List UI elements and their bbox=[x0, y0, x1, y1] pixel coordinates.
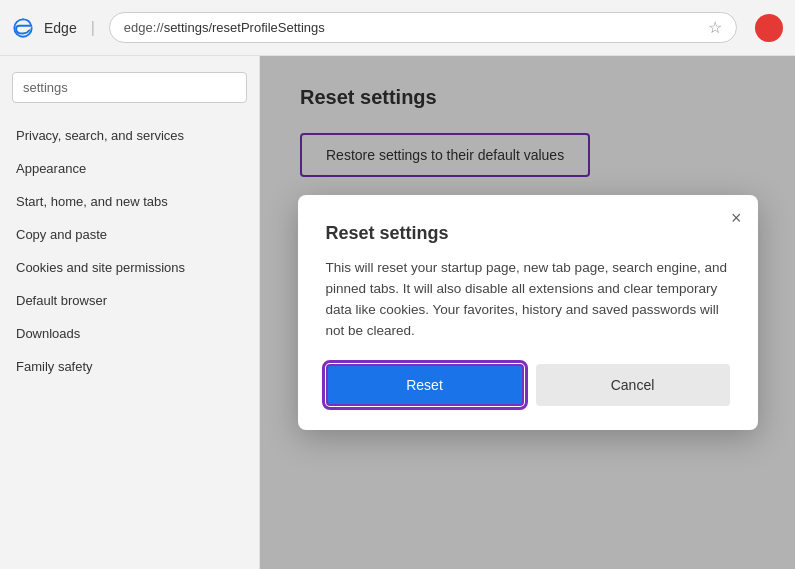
sidebar-item-cookies[interactable]: Cookies and site permissions bbox=[0, 251, 259, 284]
cancel-button[interactable]: Cancel bbox=[536, 364, 730, 406]
dialog-body: This will reset your startup page, new t… bbox=[326, 258, 730, 342]
sidebar-item-copy-paste[interactable]: Copy and paste bbox=[0, 218, 259, 251]
dialog-title: Reset settings bbox=[326, 223, 730, 244]
profile-avatar[interactable] bbox=[755, 14, 783, 42]
sidebar-item-appearance[interactable]: Appearance bbox=[0, 152, 259, 185]
browser-chrome: Edge | edge://settings/resetProfileSetti… bbox=[0, 0, 795, 56]
modal-overlay: × Reset settings This will reset your st… bbox=[260, 56, 795, 569]
sidebar-item-downloads[interactable]: Downloads bbox=[0, 317, 259, 350]
reset-confirm-button[interactable]: Reset bbox=[326, 364, 524, 406]
address-bar[interactable]: edge://settings/resetProfileSettings ☆ bbox=[109, 12, 737, 43]
dialog-actions: Reset Cancel bbox=[326, 364, 730, 406]
star-icon[interactable]: ☆ bbox=[708, 18, 722, 37]
sidebar-search[interactable]: settings bbox=[12, 72, 247, 103]
sidebar-item-safety[interactable]: Family safety bbox=[0, 350, 259, 383]
main-layout: settings Privacy, search, and services A… bbox=[0, 56, 795, 569]
sidebar-item-privacy[interactable]: Privacy, search, and services bbox=[0, 119, 259, 152]
edge-logo bbox=[12, 17, 34, 39]
sidebar: settings Privacy, search, and services A… bbox=[0, 56, 260, 569]
reset-dialog: × Reset settings This will reset your st… bbox=[298, 195, 758, 430]
dialog-close-button[interactable]: × bbox=[731, 209, 742, 227]
separator: | bbox=[91, 19, 95, 37]
sidebar-item-start[interactable]: Start, home, and new tabs bbox=[0, 185, 259, 218]
address-text: edge://settings/resetProfileSettings bbox=[124, 20, 325, 35]
browser-title: Edge bbox=[44, 20, 77, 36]
sidebar-item-default-browser[interactable]: Default browser bbox=[0, 284, 259, 317]
content-area: Reset settings Restore settings to their… bbox=[260, 56, 795, 569]
